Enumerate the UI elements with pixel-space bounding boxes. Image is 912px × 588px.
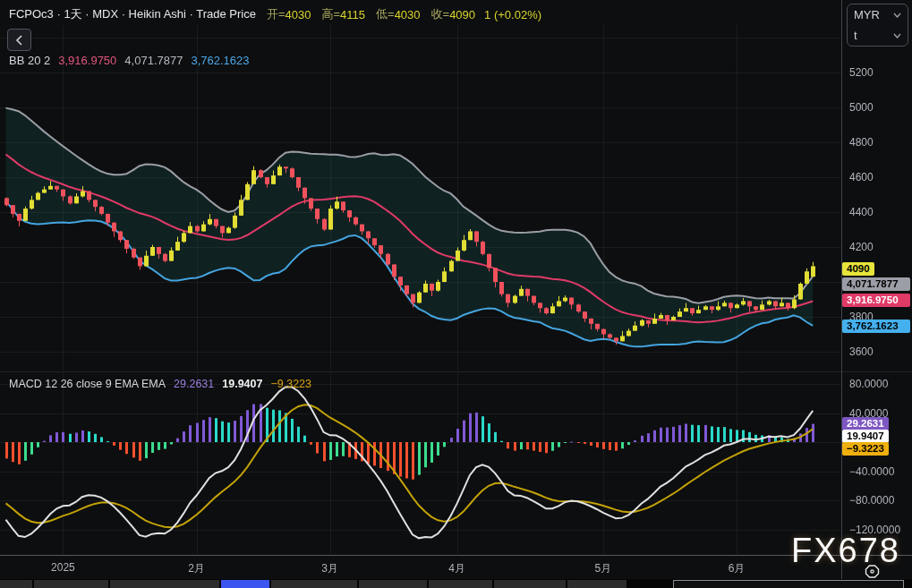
- macd-legend-title: MACD 12 26 close 9 EMA EMA: [9, 378, 166, 390]
- bb-lower-value: 3,762.1623: [191, 54, 249, 67]
- unit-label: t: [854, 29, 857, 42]
- macd-hist-value: 29.2631: [174, 378, 214, 390]
- macd-signal-badge: −9.3223: [842, 442, 889, 456]
- bb-indicator-legend[interactable]: BB 20 2 3,916.9750 4,071.7877 3,762.1623: [9, 54, 250, 67]
- strip-segment[interactable]: [494, 580, 566, 588]
- time-tick-label: 2025: [36, 561, 89, 574]
- gear-icon: [865, 565, 880, 578]
- price-tick-label: 4400: [849, 206, 874, 218]
- symbol-title[interactable]: FCPOc3 · 1天 · MDX · Heikin Ashi · Trade …: [9, 6, 256, 22]
- macd-tick-label: −80.0000: [849, 494, 894, 507]
- price-tick-label: 4800: [849, 136, 874, 149]
- bb-basis-value: 3,916.9750: [58, 54, 116, 67]
- time-tick-label: 3月: [303, 561, 357, 576]
- bb-upper-value: 4,071.7877: [124, 54, 183, 67]
- time-axis[interactable]: 20252月3月4月5月6月: [0, 556, 912, 579]
- bb-upper-badge: 4,071.7877: [842, 277, 910, 291]
- time-tick-label: 6月: [710, 561, 763, 576]
- high-value: 4115: [340, 8, 365, 21]
- back-button[interactable]: [7, 29, 31, 51]
- time-tick-label: 4月: [430, 561, 484, 576]
- trading-chart-app: FCPOc3 · 1天 · MDX · Heikin Ashi · Trade …: [0, 0, 912, 588]
- price-tick-label: 4200: [849, 241, 874, 253]
- close-value: 4090: [449, 8, 475, 21]
- bb-legend-title: BB 20 2: [9, 54, 50, 67]
- macd-line-badge: 19.9407: [842, 430, 889, 443]
- macd-hist-badge: 29.2631: [842, 417, 889, 430]
- low-label: 低=: [376, 6, 395, 22]
- macd-line-value: 19.9407: [222, 378, 262, 390]
- low-value: 4030: [395, 8, 421, 21]
- time-tick-label: 5月: [576, 561, 630, 576]
- strip-segment[interactable]: [271, 580, 357, 588]
- chevron-left-icon: [15, 35, 23, 46]
- price-tick-label: 5000: [849, 101, 874, 114]
- macd-tick-label: −40.0000: [849, 465, 894, 478]
- strip-segment[interactable]: [34, 580, 108, 588]
- currency-label: MYR: [854, 8, 880, 21]
- bb-basis-badge: 3,916.9750: [842, 294, 910, 307]
- unit-select[interactable]: t: [848, 25, 908, 46]
- bottom-strip: [0, 579, 912, 588]
- price-tick-label: 4600: [849, 171, 874, 183]
- strip-panel[interactable]: [673, 580, 904, 588]
- strip-segment[interactable]: [429, 580, 492, 588]
- strip-segment[interactable]: [110, 580, 219, 588]
- close-label: 收=: [431, 6, 450, 22]
- strip-segment[interactable]: [359, 580, 427, 588]
- open-label: 开=: [267, 6, 286, 22]
- change-value: 1 (+0.02%): [484, 8, 541, 21]
- chevron-down-icon: [893, 33, 901, 38]
- high-label: 高=: [321, 6, 340, 22]
- bb-lower-badge: 3,762.1623: [842, 320, 910, 333]
- strip-segment[interactable]: [567, 580, 626, 588]
- last-price-badge: 4090: [842, 262, 874, 276]
- price-tick-label: 3600: [849, 345, 874, 358]
- price-tick-label: 5200: [849, 66, 874, 79]
- macd-indicator-legend[interactable]: MACD 12 26 close 9 EMA EMA 29.2631 19.94…: [9, 378, 311, 390]
- chart-header: FCPOc3 · 1天 · MDX · Heikin Ashi · Trade …: [9, 6, 541, 22]
- currency-unit-panel: MYR t: [847, 4, 908, 47]
- macd-tick-label: 80.0000: [849, 378, 888, 390]
- time-tick-label: 2月: [170, 561, 224, 576]
- chevron-down-icon: [893, 13, 901, 18]
- watermark-logo: FX678: [791, 533, 900, 567]
- chart-canvas[interactable]: [0, 0, 912, 588]
- strip-segment-active[interactable]: [221, 580, 269, 588]
- currency-select[interactable]: MYR: [848, 4, 908, 25]
- strip-segment[interactable]: [0, 580, 32, 588]
- open-value: 4030: [286, 8, 311, 21]
- macd-signal-value: −9.3223: [270, 378, 311, 390]
